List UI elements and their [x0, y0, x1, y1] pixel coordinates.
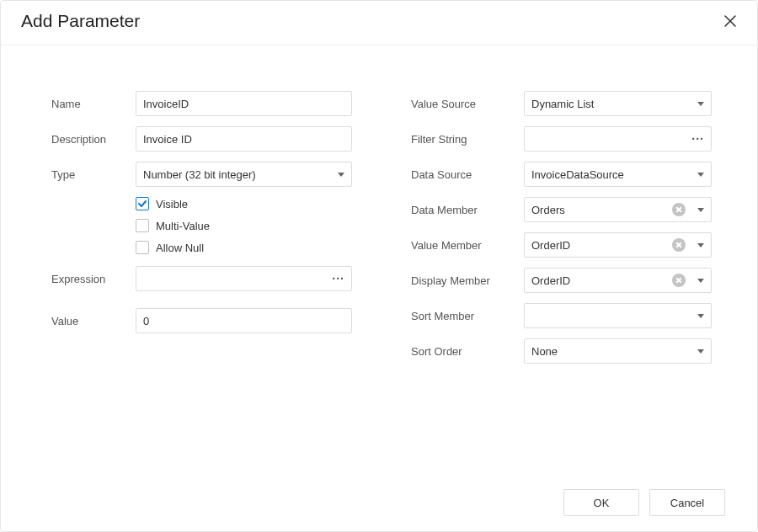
sort-order-value: None [531, 345, 692, 358]
visible-label: Visible [156, 198, 188, 210]
add-parameter-dialog: Add Parameter Name Description Type [0, 0, 758, 532]
clear-icon[interactable] [672, 238, 686, 252]
description-label: Description [51, 133, 136, 146]
type-select-value: Number (32 bit integer) [143, 168, 333, 181]
value-source-label: Value Source [411, 98, 524, 110]
field-data-member: Data Member Orders [411, 197, 712, 222]
visible-checkbox[interactable] [136, 197, 149, 210]
check-icon [137, 199, 147, 209]
data-source-select[interactable]: InvoiceDataSource [524, 162, 712, 187]
display-member-select[interactable]: OrderID [524, 268, 712, 293]
expression-editor[interactable]: ··· [136, 266, 352, 291]
dialog-title: Add Parameter [21, 11, 140, 31]
type-label: Type [51, 168, 136, 181]
chevron-down-icon [697, 349, 704, 354]
field-display-member: Display Member OrderID [411, 268, 712, 293]
chevron-down-icon [697, 102, 704, 106]
display-member-label: Display Member [411, 274, 524, 287]
allownull-label: Allow Null [156, 242, 204, 254]
value-source-select[interactable]: Dynamic List [524, 91, 712, 116]
chevron-down-icon [338, 173, 344, 177]
display-member-value: OrderID [531, 274, 672, 287]
field-sort-member: Sort Member [411, 303, 712, 328]
chevron-down-icon [697, 314, 704, 318]
left-column: Name Description Type Number (32 bit int… [51, 91, 352, 489]
dialog-body: Name Description Type Number (32 bit int… [1, 45, 757, 489]
sort-member-select[interactable] [524, 303, 712, 328]
type-select[interactable]: Number (32 bit integer) [136, 162, 352, 187]
field-sort-order: Sort Order None [411, 338, 712, 364]
description-input[interactable] [136, 126, 352, 152]
data-member-select[interactable]: Orders [524, 197, 712, 222]
multivalue-checkbox[interactable] [136, 219, 149, 232]
filter-string-label: Filter String [411, 133, 524, 146]
field-type: Type Number (32 bit integer) [51, 162, 352, 187]
name-label: Name [51, 98, 136, 110]
sort-order-select[interactable]: None [524, 338, 712, 364]
name-input[interactable] [136, 91, 352, 116]
value-member-label: Value Member [411, 239, 524, 252]
field-value-source: Value Source Dynamic List [411, 91, 712, 116]
expression-label: Expression [51, 273, 136, 285]
filter-string-editor[interactable]: ··· [524, 126, 712, 152]
close-icon [724, 15, 736, 27]
field-name: Name [51, 91, 352, 116]
data-source-label: Data Source [411, 168, 524, 181]
field-filter-string: Filter String ··· [411, 126, 712, 152]
field-description: Description [51, 126, 352, 152]
chevron-down-icon [697, 279, 704, 283]
value-label: Value [51, 315, 136, 327]
value-member-select[interactable]: OrderID [524, 232, 712, 258]
clear-icon[interactable] [672, 274, 686, 287]
value-source-value: Dynamic List [531, 98, 692, 110]
chevron-down-icon [697, 243, 704, 247]
right-column: Value Source Dynamic List Filter String … [411, 91, 712, 489]
ok-button[interactable]: OK [563, 489, 639, 516]
clear-icon[interactable] [672, 203, 686, 216]
dialog-footer: OK Cancel [1, 489, 757, 531]
value-input[interactable] [136, 308, 352, 333]
data-member-label: Data Member [411, 204, 524, 216]
allownull-checkbox[interactable] [136, 241, 149, 254]
chevron-down-icon [697, 173, 704, 177]
sort-order-label: Sort Order [411, 345, 524, 358]
data-member-value: Orders [531, 204, 672, 216]
value-member-value: OrderID [531, 239, 672, 252]
field-value-member: Value Member OrderID [411, 232, 712, 258]
field-data-source: Data Source InvoiceDataSource [411, 162, 712, 187]
field-expression: Expression ··· [51, 266, 352, 291]
chevron-down-icon [697, 208, 704, 212]
data-source-value: InvoiceDataSource [531, 168, 692, 181]
field-value: Value [51, 308, 352, 333]
sort-member-label: Sort Member [411, 310, 524, 322]
multivalue-label: Multi-Value [156, 220, 210, 232]
close-button[interactable] [718, 9, 742, 33]
cancel-button[interactable]: Cancel [649, 489, 725, 516]
dialog-header: Add Parameter [1, 1, 757, 45]
